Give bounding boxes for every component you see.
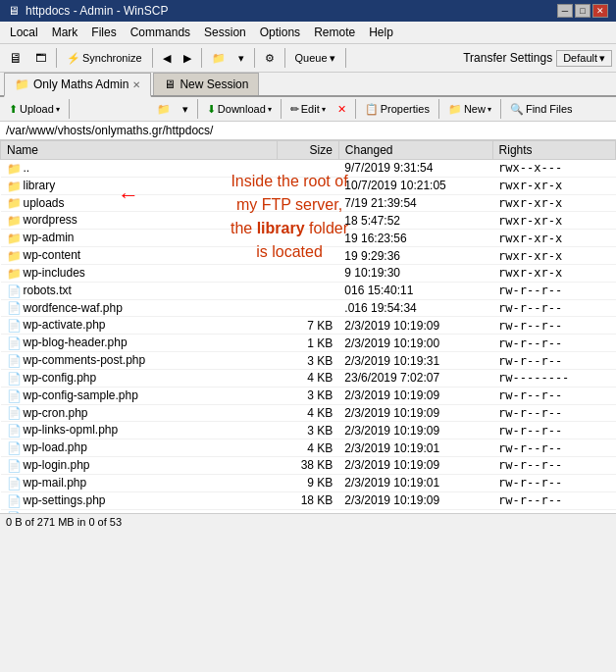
- remote-folder-drop-btn[interactable]: ▾: [178, 100, 193, 119]
- remote-folder-btn[interactable]: 📁: [152, 100, 176, 119]
- delete-icon: ✕: [337, 103, 346, 116]
- sep8: [197, 99, 198, 119]
- file-size: 3 KB: [278, 352, 339, 370]
- menu-commands[interactable]: Commands: [125, 24, 196, 41]
- upload-drop-icon: ▾: [56, 105, 60, 114]
- back-icon: ◀: [163, 52, 171, 65]
- table-row[interactable]: 📁library 10/7/2019 10:21:05 rwxr-xr-x: [1, 177, 616, 194]
- address-path[interactable]: /var/www/vhosts/onlymaths.gr/httpdocs/: [6, 124, 610, 137]
- upload-btn[interactable]: ⬆ Upload ▾: [4, 100, 65, 119]
- col-size[interactable]: Size: [278, 141, 339, 160]
- close-button[interactable]: ✕: [592, 4, 608, 18]
- new-tab-btn[interactable]: 🗔: [30, 49, 51, 67]
- col-rights[interactable]: Rights: [492, 141, 615, 160]
- synchronize-btn[interactable]: ⚡ Synchronize: [62, 49, 147, 68]
- settings-btn[interactable]: ⚙: [260, 49, 280, 68]
- file-name: 📄wp-settings.php: [1, 491, 278, 509]
- tab-only-maths[interactable]: 📁 Only Maths Admin ✕: [4, 73, 151, 97]
- col-changed[interactable]: Changed: [338, 141, 492, 160]
- file-name: 📁wp-content: [1, 247, 278, 265]
- status-bar: 0 B of 271 MB in 0 of 53: [0, 513, 616, 530]
- menu-session[interactable]: Session: [198, 24, 252, 41]
- sync-label: Synchronize: [82, 52, 142, 64]
- table-row[interactable]: 📄wp-config.php 4 KB 23/6/2019 7:02:07 rw…: [1, 369, 616, 387]
- folder-drop-btn[interactable]: ▾: [233, 49, 249, 68]
- file-size: [278, 194, 339, 212]
- table-row[interactable]: 📁uploads 7/19 21:39:54 rwxr-xr-x: [1, 194, 616, 212]
- maximize-button[interactable]: □: [575, 4, 590, 18]
- file-name: 📄wp-mail.php: [1, 474, 278, 491]
- new-btn[interactable]: 📁 New ▾: [443, 100, 496, 119]
- table-row[interactable]: 📄wp-blog-header.php 1 KB 2/3/2019 10:19:…: [1, 335, 616, 352]
- table-row[interactable]: 📄wp-load.php 4 KB 2/3/2019 10:19:01 rw-r…: [1, 439, 616, 457]
- menu-files[interactable]: Files: [85, 24, 122, 41]
- file-changed: 2/3/2019 10:19:01: [338, 474, 492, 491]
- file-changed: 10/7/2019 10:21:05: [338, 177, 492, 194]
- find-files-btn[interactable]: 🔍 Find Files: [505, 100, 578, 119]
- folder-drop-icon: ▾: [238, 52, 244, 65]
- table-row[interactable]: 📄wp-activate.php 7 KB 2/3/2019 10:19:09 …: [1, 317, 616, 335]
- file-changed: 2/3/2019 10:19:09: [338, 509, 492, 513]
- table-row[interactable]: 📁wp-includes 9 10:19:30 rwxr-xr-x: [1, 264, 616, 282]
- table-row[interactable]: 📄wp-mail.php 9 KB 2/3/2019 10:19:01 rw-r…: [1, 474, 616, 491]
- back-btn[interactable]: ◀: [158, 49, 176, 68]
- file-changed: 2/3/2019 10:19:09: [338, 387, 492, 404]
- minimize-button[interactable]: ─: [557, 4, 573, 18]
- table-row[interactable]: 📄wp-comments-post.php 3 KB 2/3/2019 10:1…: [1, 352, 616, 370]
- file-changed: 9 10:19:30: [338, 264, 492, 282]
- file-rights: rwxr-xr-x: [492, 177, 615, 194]
- delete-btn[interactable]: ✕: [333, 100, 351, 119]
- file-name: 📄wp-login.php: [1, 457, 278, 475]
- edit-label: Edit: [301, 103, 320, 115]
- col-name[interactable]: Name: [1, 141, 278, 160]
- table-row[interactable]: 📁wp-admin 19 16:23:56 rwxr-xr-x: [1, 230, 616, 247]
- sep9: [281, 99, 282, 119]
- table-row[interactable]: 📄wp-cron.php 4 KB 2/3/2019 10:19:09 rw-r…: [1, 404, 616, 422]
- table-row[interactable]: 📄wp-signup.php 31 KB 2/3/2019 10:19:09 r…: [1, 509, 616, 513]
- forward-btn[interactable]: ▶: [179, 49, 196, 68]
- transfer-default-btn[interactable]: Default ▾: [556, 50, 612, 67]
- table-row[interactable]: 📄wordfence-waf.php .016 19:54:34 rw-r--r…: [1, 299, 616, 317]
- folder-btn[interactable]: 📁: [207, 49, 231, 68]
- file-list-scroll[interactable]: Inside the root of my FTP server, the li…: [0, 140, 616, 513]
- table-row[interactable]: 📁.. 9/7/2019 9:31:54 rwx--x---: [1, 160, 616, 178]
- find-icon: 🔍: [510, 103, 524, 116]
- edit-btn[interactable]: ✏ Edit ▾: [285, 100, 331, 119]
- file-rights: rw-r--r--: [492, 474, 615, 491]
- sep2: [152, 48, 153, 68]
- tab-new-session[interactable]: 🖥 New Session: [153, 73, 259, 95]
- menu-remote[interactable]: Remote: [308, 24, 361, 41]
- table-row[interactable]: 📄robots.txt 016 15:40:11 rw-r--r--: [1, 282, 616, 299]
- file-size: [278, 299, 339, 317]
- file-table: Name Size Changed Rights 📁.. 9/7/2019 9:…: [0, 140, 616, 513]
- queue-btn[interactable]: Queue ▾: [290, 49, 340, 68]
- table-row[interactable]: 📄wp-settings.php 18 KB 2/3/2019 10:19:09…: [1, 491, 616, 509]
- file-changed: 18 5:47:52: [338, 212, 492, 230]
- table-row[interactable]: 📄wp-login.php 38 KB 2/3/2019 10:19:09 rw…: [1, 457, 616, 475]
- file-size: [278, 230, 339, 247]
- menu-options[interactable]: Options: [254, 24, 306, 41]
- tab-close-0[interactable]: ✕: [132, 79, 140, 90]
- file-icon: 📄: [7, 284, 21, 298]
- file-rights: rw-r--r--: [492, 439, 615, 457]
- php-icon: 📄: [7, 424, 21, 438]
- table-row[interactable]: 📁wordpress 18 5:47:52 rwxr-xr-x: [1, 212, 616, 230]
- file-rights: rw-r--r--: [492, 491, 615, 509]
- menu-local[interactable]: Local: [4, 24, 44, 41]
- file-rights: rwxr-xr-x: [492, 230, 615, 247]
- properties-btn[interactable]: 📋 Properties: [360, 100, 435, 119]
- address-bar: /var/www/vhosts/onlymaths.gr/httpdocs/: [0, 122, 616, 140]
- download-btn[interactable]: ⬇ Download ▾: [202, 100, 277, 119]
- table-row[interactable]: 📁wp-content 19 9:29:36 rwxr-xr-x: [1, 247, 616, 265]
- file-rights: rw-r--r--: [492, 422, 615, 439]
- transfer-settings-label: Transfer Settings: [463, 51, 552, 65]
- file-rights: rw--------: [492, 369, 615, 387]
- new-session-toolbar-btn[interactable]: 🖥: [4, 47, 27, 69]
- menu-help[interactable]: Help: [363, 24, 399, 41]
- file-changed: 2/3/2019 10:19:09: [338, 491, 492, 509]
- remote-folder-icon: 📁: [157, 103, 171, 116]
- table-row[interactable]: 📄wp-links-opml.php 3 KB 2/3/2019 10:19:0…: [1, 422, 616, 439]
- table-row[interactable]: 📄wp-config-sample.php 3 KB 2/3/2019 10:1…: [1, 387, 616, 404]
- menu-mark[interactable]: Mark: [46, 24, 84, 41]
- file-name: 📄wp-load.php: [1, 439, 278, 457]
